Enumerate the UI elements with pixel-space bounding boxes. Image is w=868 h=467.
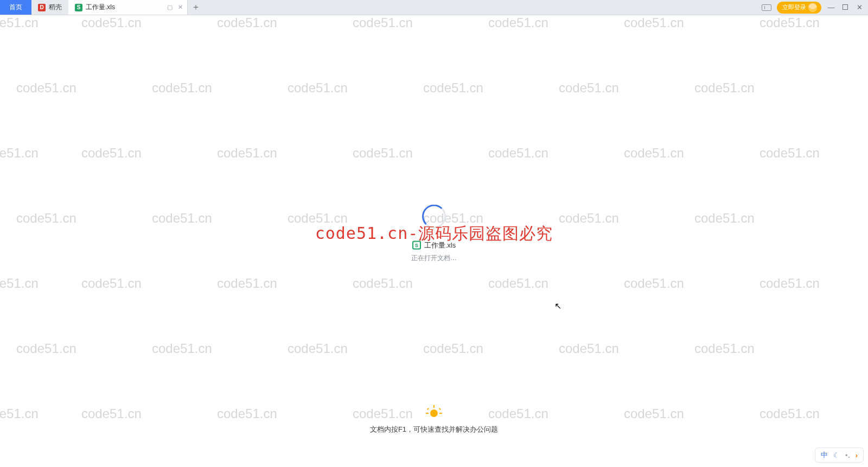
- watermark-text: code51.cn: [760, 15, 820, 30]
- chevron-right-icon[interactable]: ›: [856, 451, 858, 459]
- login-button[interactable]: 立即登录: [777, 2, 821, 14]
- window-maximize-icon[interactable]: [841, 3, 850, 11]
- watermark-text: code51.cn: [624, 146, 684, 161]
- login-label: 立即登录: [782, 3, 806, 11]
- watermark-text: code51.cn: [288, 80, 348, 96]
- watermark-text: code51.cn: [559, 341, 619, 356]
- watermark-text: code51.cn: [624, 406, 684, 421]
- watermark-text: code51.cn: [694, 80, 755, 96]
- window-minimize-icon[interactable]: —: [827, 3, 835, 11]
- tab-home[interactable]: 首页: [0, 0, 31, 15]
- spinner-icon: [422, 205, 446, 229]
- tab-docer[interactable]: D 稻壳: [31, 0, 68, 15]
- moon-icon[interactable]: ☾: [833, 451, 840, 459]
- ime-bar[interactable]: 中 ☾ •ꓸ ›: [815, 447, 864, 463]
- watermark-text: code51.cn: [559, 211, 619, 226]
- loading-status: 正在打开文档…: [353, 254, 515, 263]
- lightbulb-icon: [428, 407, 440, 419]
- loading-file-line: S 工作量.xls: [353, 241, 515, 250]
- watermark-text: code51.cn: [0, 276, 39, 291]
- window-close-icon[interactable]: ✕: [855, 3, 864, 11]
- avatar-icon: [808, 3, 817, 12]
- tip-text: 文档内按F1，可快速查找并解决办公问题: [370, 425, 498, 434]
- watermark-text: code51.cn: [16, 80, 76, 96]
- new-tab-button[interactable]: ＋: [188, 0, 204, 15]
- watermark-text: code51.cn: [152, 80, 212, 96]
- docer-icon: D: [38, 4, 46, 11]
- watermark-text: code51.cn: [423, 80, 483, 96]
- watermark-text: code51.cn: [624, 15, 684, 30]
- watermark-text: code51.cn: [488, 146, 548, 161]
- loading-file-name: 工作量.xls: [424, 241, 456, 250]
- watermark-text: code51.cn: [81, 15, 142, 30]
- watermark-text: code51.cn: [217, 15, 277, 30]
- watermark-text: code51.cn: [624, 276, 684, 291]
- watermark-text: code51.cn: [0, 146, 39, 161]
- tab-docer-label: 稻壳: [49, 3, 62, 12]
- watermark-text: code51.cn: [0, 15, 39, 30]
- watermark-text: code51.cn: [152, 211, 212, 226]
- watermark-text: code51.cn: [16, 341, 76, 356]
- spreadsheet-icon: S: [412, 241, 421, 250]
- loading-panel: S 工作量.xls 正在打开文档…: [353, 205, 515, 263]
- watermark-text: code51.cn: [760, 276, 820, 291]
- tab-close-icon[interactable]: ✕: [178, 4, 183, 11]
- tab-file-label: 工作量.xls: [86, 3, 115, 12]
- watermark-text: code51.cn: [423, 341, 483, 356]
- watermark-text: code51.cn: [217, 146, 277, 161]
- watermark-text: code51.cn: [288, 341, 348, 356]
- spreadsheet-icon: S: [75, 4, 82, 11]
- ime-punct-icon[interactable]: •ꓸ: [845, 451, 850, 459]
- ime-lang[interactable]: 中: [821, 450, 828, 460]
- watermark-text: code51.cn: [353, 146, 413, 161]
- watermark-text: code51.cn: [217, 406, 277, 421]
- watermark-text: code51.cn: [694, 211, 755, 226]
- tab-file[interactable]: S 工作量.xls ▢ ✕: [68, 0, 188, 15]
- cursor-icon: ↖: [554, 301, 561, 311]
- watermark-text: code51.cn: [217, 276, 277, 291]
- tab-file-actions: ▢ ✕: [167, 4, 183, 11]
- watermark-text: code51.cn: [16, 211, 76, 226]
- watermark-text: code51.cn: [81, 406, 142, 421]
- watermark-text: code51.cn: [353, 276, 413, 291]
- layout-icon[interactable]: [762, 4, 771, 11]
- watermark-text: code51.cn: [288, 211, 348, 226]
- watermark-text: code51.cn: [152, 341, 212, 356]
- watermark-text: code51.cn: [694, 341, 755, 356]
- watermark-text: code51.cn: [81, 146, 142, 161]
- watermark-text: code51.cn: [353, 15, 413, 30]
- watermark-text: code51.cn: [488, 15, 548, 30]
- watermark-text: code51.cn: [81, 276, 142, 291]
- watermark-text: code51.cn: [0, 406, 39, 421]
- titlebar-right: 立即登录 — ✕: [757, 0, 868, 15]
- watermark-text: code51.cn: [760, 146, 820, 161]
- watermark-text: code51.cn: [760, 406, 820, 421]
- watermark-text: code51.cn: [488, 276, 548, 291]
- watermark-text: code51.cn: [559, 80, 619, 96]
- tab-detach-icon[interactable]: ▢: [167, 4, 173, 11]
- tip-panel: 文档内按F1，可快速查找并解决办公问题: [370, 407, 498, 434]
- titlebar: 首页 D 稻壳 S 工作量.xls ▢ ✕ ＋ 立即登录 — ✕: [0, 0, 868, 15]
- tab-home-label: 首页: [9, 3, 22, 12]
